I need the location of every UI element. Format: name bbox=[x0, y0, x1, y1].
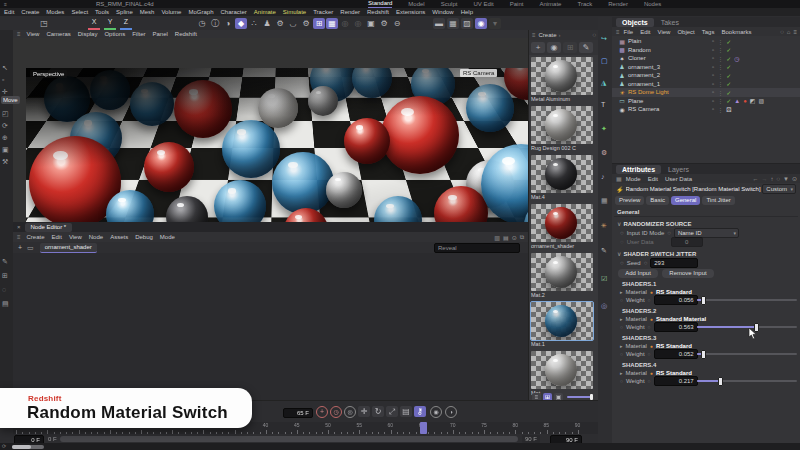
coord-icon[interactable]: ⊕ bbox=[2, 134, 8, 142]
section-button-preview[interactable]: Preview bbox=[615, 196, 644, 205]
object-row-plain[interactable]: ▦Plain▫⋮✓ bbox=[612, 37, 800, 46]
object-row-ornament-3[interactable]: ♟ornament_3▫⋮✓ bbox=[612, 63, 800, 72]
autokey-time-icon[interactable]: ◷ bbox=[330, 406, 342, 418]
note-icon[interactable]: ♪ bbox=[601, 173, 605, 180]
menu-create[interactable]: Create bbox=[21, 9, 39, 15]
solo-on-icon[interactable]: ◑ bbox=[445, 406, 457, 418]
material-item-rug-design-002-c[interactable]: Rug Design 002 C bbox=[531, 106, 593, 152]
arrow-icon[interactable]: ↪ bbox=[601, 35, 607, 43]
viewport-menu-panel[interactable]: Panel bbox=[152, 31, 167, 37]
object-menu-view[interactable]: View bbox=[658, 29, 671, 35]
lock-icon[interactable]: ⊙ bbox=[792, 175, 797, 182]
popout-icon[interactable]: ⧉ bbox=[520, 234, 524, 241]
render-picture-icon[interactable]: ▦ bbox=[447, 18, 459, 29]
weight-field[interactable]: 0.563 bbox=[654, 322, 698, 332]
viewport-menu-icon[interactable]: ≡ bbox=[17, 31, 21, 37]
add-input-button[interactable]: Add Input bbox=[618, 269, 658, 278]
key-parameter-icon[interactable]: ▤ bbox=[400, 406, 412, 417]
tab-layers[interactable]: Layers bbox=[663, 166, 694, 173]
key-scale-icon[interactable]: ⤢ bbox=[386, 406, 398, 417]
text-icon[interactable]: T bbox=[601, 101, 605, 108]
camera-projection-label[interactable]: Perspective bbox=[30, 70, 67, 78]
search-icon[interactable]: ◌ bbox=[780, 29, 784, 35]
viewport-menu-filter[interactable]: Filter bbox=[132, 31, 145, 37]
render-queue-icon[interactable]: ▾ bbox=[489, 18, 501, 29]
visibility-dots-icon[interactable]: ⋮ bbox=[717, 80, 723, 87]
add-node-icon[interactable]: + bbox=[18, 244, 22, 251]
expand-arrow-icon[interactable]: ▸ bbox=[620, 343, 623, 349]
solo-off-icon[interactable]: ◉ bbox=[430, 406, 442, 418]
eyedropper-icon[interactable]: ✎ bbox=[579, 42, 593, 53]
render-dot-icon[interactable]: ▫ bbox=[712, 81, 714, 87]
visibility-dots-icon[interactable]: ⋮ bbox=[717, 72, 723, 79]
attr-menu-mode[interactable]: Mode bbox=[626, 176, 641, 182]
key-dot-icon[interactable]: ○ bbox=[648, 351, 651, 357]
check-icon[interactable]: ✓ bbox=[726, 89, 731, 96]
close-tab-icon[interactable]: × bbox=[17, 224, 21, 230]
snap-icon[interactable]: ▦ bbox=[326, 18, 338, 29]
grid-icon[interactable]: ⊞ bbox=[313, 18, 325, 29]
object-row-rs-camera[interactable]: ◉RS Camera▫⋮⚄ bbox=[612, 105, 800, 114]
material-item-mat-1[interactable]: Mat.1 bbox=[531, 302, 593, 348]
render-dot-icon[interactable]: ▫ bbox=[712, 64, 714, 70]
key-position-icon[interactable]: ✛ bbox=[358, 406, 370, 417]
preset-dropdown[interactable]: Custom bbox=[762, 184, 796, 194]
visibility-dots-icon[interactable]: ⋮ bbox=[717, 89, 723, 96]
layout-tab-uv-edit[interactable]: UV Edit bbox=[473, 1, 493, 8]
camera-name-label[interactable]: RS Camera bbox=[460, 69, 497, 77]
expand-arrow-icon[interactable]: ▸ bbox=[620, 289, 623, 295]
hand-icon[interactable]: ✳ bbox=[601, 222, 607, 230]
key-dot-icon[interactable]: ○ bbox=[648, 297, 651, 303]
viewport-menu-display[interactable]: Display bbox=[78, 31, 98, 37]
node-editor-tab[interactable]: Node Editor * bbox=[25, 223, 73, 232]
breadcrumb[interactable]: ornament_shader bbox=[40, 243, 97, 253]
remove-input-button[interactable]: Remove Input bbox=[662, 269, 714, 278]
tab-objects[interactable]: Objects bbox=[616, 18, 654, 27]
viewport-menu-redshift[interactable]: Redshift bbox=[175, 31, 197, 37]
material-node-icon[interactable]: ⊞ bbox=[563, 42, 577, 53]
keyboard-icon[interactable]: ▦ bbox=[601, 197, 608, 205]
reveal-search-input[interactable]: Reveal bbox=[434, 243, 520, 253]
key-dot-icon[interactable]: ○ bbox=[620, 324, 623, 330]
object-row-ornament-1[interactable]: ♟ornament_1▫⋮✓ bbox=[612, 80, 800, 89]
add-material-icon[interactable]: + bbox=[531, 42, 545, 53]
visibility-dots-icon[interactable]: ⋮ bbox=[717, 63, 723, 70]
node-menu-view[interactable]: View bbox=[69, 234, 82, 240]
axis-z-button[interactable]: Z bbox=[120, 18, 132, 30]
material-item-ornament-shader[interactable]: ornament_shader bbox=[531, 204, 593, 250]
menu-modes[interactable]: Modes bbox=[46, 9, 64, 15]
render-dot-icon[interactable]: ▫ bbox=[712, 38, 714, 44]
snap-tool-icon[interactable]: ▣ bbox=[2, 146, 9, 154]
render-view-icon[interactable]: ▬ bbox=[433, 18, 445, 29]
cloth-gear-icon[interactable]: ⚙ bbox=[300, 18, 312, 29]
weight-slider[interactable] bbox=[697, 326, 797, 328]
keyframe-selection-icon[interactable]: ◎ bbox=[344, 406, 356, 418]
redshift-renderview-icon[interactable]: ◉ bbox=[475, 18, 487, 29]
layout-panel-icon[interactable]: ▤ bbox=[503, 234, 509, 241]
node-menu-create[interactable]: Create bbox=[27, 234, 45, 240]
menu-spline[interactable]: Spline bbox=[116, 9, 133, 15]
check-icon[interactable]: ✓ bbox=[726, 72, 731, 79]
weight-field[interactable]: 0.056 bbox=[654, 295, 698, 305]
app-menu-icon[interactable]: ≡ bbox=[4, 1, 7, 7]
dice-icon[interactable]: ⚄ bbox=[726, 106, 731, 113]
key-dot-icon[interactable]: ○ bbox=[648, 324, 651, 330]
cone-icon[interactable]: ◮ bbox=[601, 79, 606, 87]
node-menu-icon[interactable]: ≡ bbox=[17, 234, 21, 240]
material-item-metal-aluminum[interactable]: Metal Aluminum bbox=[531, 57, 593, 103]
expand-arrow-icon[interactable]: ▸ bbox=[620, 370, 623, 376]
circle-a-icon[interactable]: ◎ bbox=[339, 18, 351, 29]
object-menu-icon[interactable]: ≡ bbox=[616, 29, 620, 35]
range-scrollbar[interactable] bbox=[60, 436, 518, 442]
layout-tab-render[interactable]: Render bbox=[608, 1, 628, 8]
menu-animate[interactable]: Animate bbox=[254, 9, 276, 15]
axis-tool-icon[interactable]: ⚒ bbox=[2, 158, 8, 166]
check-icon[interactable]: ✓ bbox=[726, 63, 731, 70]
layout-tab-nodes[interactable]: Nodes bbox=[644, 1, 661, 8]
object-menu-bookmarks[interactable]: Bookmarks bbox=[721, 29, 751, 35]
record-keyframe-icon[interactable]: + bbox=[316, 406, 328, 418]
section-button-basic[interactable]: Basic bbox=[646, 196, 669, 205]
material-menu-icon[interactable]: ≡ bbox=[532, 32, 536, 38]
visibility-dots-icon[interactable]: ⋮ bbox=[717, 38, 723, 45]
box-select-icon[interactable]: ▫ bbox=[2, 76, 4, 83]
